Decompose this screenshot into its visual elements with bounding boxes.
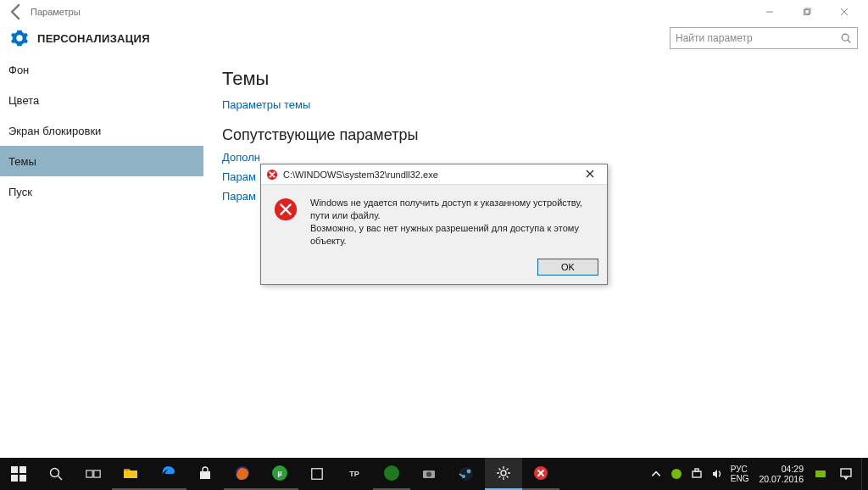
gear-icon xyxy=(10,29,29,47)
error-icon xyxy=(273,197,298,222)
sidebar-item-label: Фон xyxy=(8,64,29,76)
search-box[interactable] xyxy=(670,27,858,49)
sidebar-item-background[interactable]: Фон xyxy=(0,54,203,85)
back-button[interactable] xyxy=(5,1,27,23)
tray-nvidia-icon[interactable] xyxy=(666,458,687,490)
restore-icon xyxy=(803,8,811,16)
taskbar-app-utorrent[interactable]: µ xyxy=(261,458,298,490)
sidebar-item-start[interactable]: Пуск xyxy=(0,176,203,207)
close-icon xyxy=(840,8,849,16)
error-icon xyxy=(266,169,278,181)
maximize-button[interactable] xyxy=(788,0,826,24)
taskbar-app-steam[interactable] xyxy=(448,458,485,490)
camera-icon xyxy=(421,466,437,482)
speaker-icon xyxy=(711,468,723,480)
minimize-icon xyxy=(765,8,774,16)
titlebar: Параметры xyxy=(0,0,868,24)
svg-rect-27 xyxy=(815,471,826,477)
svg-point-18 xyxy=(426,472,431,477)
tray-nvidia-settings[interactable] xyxy=(810,458,831,490)
show-desktop-button[interactable] xyxy=(861,458,866,490)
taskbar-app-unknown-1[interactable] xyxy=(298,458,336,490)
dialog-message: Windows не удается получить доступ к ука… xyxy=(310,197,595,247)
taskbar-app-camera[interactable] xyxy=(410,458,448,490)
svg-point-11 xyxy=(51,469,59,477)
tray-volume-icon[interactable] xyxy=(707,458,727,490)
system-tray: РУС ENG 04:29 20.07.2016 xyxy=(646,458,868,490)
sidebar-item-lockscreen[interactable]: Экран блокировки xyxy=(0,115,203,146)
dialog-ok-button[interactable]: OK xyxy=(537,259,598,276)
clock-date: 20.07.2016 xyxy=(759,474,804,484)
ethernet-icon xyxy=(691,468,703,480)
action-center-button[interactable] xyxy=(831,467,861,481)
section-title-related: Сопутствующие параметры xyxy=(222,126,849,144)
steam-icon xyxy=(459,466,474,482)
svg-rect-10 xyxy=(19,475,26,482)
dialog-title: C:\WINDOWS\system32\rundll32.exe xyxy=(283,170,578,180)
search-button[interactable] xyxy=(37,458,75,490)
windows-logo-icon xyxy=(11,466,26,482)
window-title: Параметры xyxy=(31,7,81,17)
sidebar-item-label: Пуск xyxy=(8,186,32,198)
sidebar-item-colors[interactable]: Цвета xyxy=(0,85,203,115)
svg-rect-1 xyxy=(804,10,810,15)
dialog-close-button[interactable] xyxy=(578,168,602,181)
language-indicator[interactable]: РУС ENG xyxy=(727,465,753,483)
dialog-message-line2: Возможно, у вас нет нужных разрешений дл… xyxy=(310,222,595,248)
notification-icon xyxy=(839,467,853,481)
tray-overflow-button[interactable] xyxy=(646,458,666,490)
svg-rect-2 xyxy=(805,8,810,14)
sidebar-item-themes[interactable]: Темы xyxy=(0,146,203,176)
tp-icon: TP xyxy=(347,466,362,482)
svg-rect-14 xyxy=(94,471,100,477)
app-icon xyxy=(310,467,324,481)
sidebar-item-label: Цвета xyxy=(8,94,39,107)
header: ПЕРСОНАЛИЗАЦИЯ xyxy=(0,24,868,54)
disc-icon xyxy=(384,465,399,481)
svg-rect-8 xyxy=(19,466,26,473)
minimize-button[interactable] xyxy=(751,0,788,24)
task-view-icon xyxy=(86,466,101,482)
gear-icon xyxy=(496,465,511,481)
taskbar-app-firefox[interactable] xyxy=(224,458,261,490)
taskbar-app-store[interactable] xyxy=(186,458,224,490)
start-button[interactable] xyxy=(0,458,37,490)
sidebar-item-label: Темы xyxy=(8,155,36,168)
tray-network-icon[interactable] xyxy=(687,458,707,490)
svg-line-12 xyxy=(58,476,63,481)
clock[interactable]: 04:29 20.07.2016 xyxy=(752,464,810,484)
taskbar-app-green[interactable] xyxy=(373,458,410,490)
svg-rect-13 xyxy=(86,471,92,477)
svg-line-4 xyxy=(848,40,850,42)
close-icon xyxy=(586,170,594,178)
taskbar-app-error[interactable] xyxy=(522,458,559,490)
taskbar-app-edge[interactable] xyxy=(149,458,186,490)
svg-rect-28 xyxy=(841,469,851,476)
lang-primary: РУС xyxy=(731,465,749,474)
taskbar: µ TP xyxy=(0,458,868,490)
sidebar-item-label: Экран блокировки xyxy=(8,125,101,137)
folder-icon xyxy=(123,465,138,481)
svg-rect-26 xyxy=(695,469,698,471)
search-input[interactable] xyxy=(676,32,840,44)
category-title: ПЕРСОНАЛИЗАЦИЯ xyxy=(37,32,150,45)
svg-rect-9 xyxy=(11,475,18,482)
related-link-1[interactable]: Дополн xyxy=(222,151,849,164)
close-window-button[interactable] xyxy=(826,0,863,24)
firefox-icon xyxy=(235,465,250,481)
edge-icon xyxy=(160,465,175,481)
svg-point-3 xyxy=(842,34,849,41)
error-icon xyxy=(533,465,548,481)
nvidia-icon xyxy=(815,468,826,480)
nvidia-icon xyxy=(670,468,682,480)
arrow-left-icon xyxy=(5,1,27,23)
taskbar-app-settings[interactable] xyxy=(485,458,522,490)
taskbar-app-tp[interactable]: TP xyxy=(336,458,373,490)
theme-settings-link[interactable]: Параметры темы xyxy=(222,98,849,111)
svg-rect-25 xyxy=(693,471,701,477)
section-title-themes: Темы xyxy=(222,68,849,90)
error-dialog: C:\WINDOWS\system32\rundll32.exe Windows… xyxy=(260,164,608,285)
dialog-titlebar[interactable]: C:\WINDOWS\system32\rundll32.exe xyxy=(261,164,607,185)
task-view-button[interactable] xyxy=(75,458,112,490)
taskbar-app-filemanager[interactable] xyxy=(112,458,149,490)
